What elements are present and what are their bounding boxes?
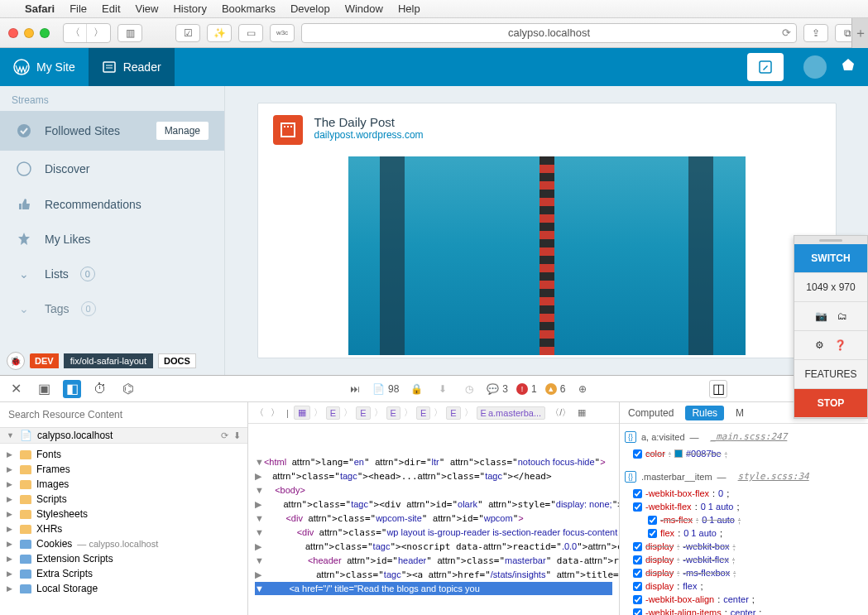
menu-file[interactable]: File [70, 2, 87, 15]
features-button[interactable]: FEATURES [794, 360, 867, 389]
target-icon[interactable]: ⊕ [573, 380, 592, 398]
menu-develop[interactable]: Develop [290, 2, 330, 15]
menu-window[interactable]: Window [345, 2, 383, 15]
crumb-e1[interactable]: E [326, 406, 340, 420]
tree-folder[interactable]: ▶Fonts [0, 447, 247, 462]
branch-name[interactable]: fix/old-safari-layout [64, 353, 153, 368]
wand-icon[interactable]: ✨ [207, 24, 232, 42]
computed-tab[interactable]: Computed [628, 407, 674, 419]
sidebar-item-lists[interactable]: ⌄ Lists 0 [0, 257, 224, 291]
crumb-fwd[interactable]: 〉 [269, 406, 281, 419]
share-icon[interactable]: ⇪ [803, 24, 828, 42]
lists-count: 0 [80, 267, 95, 281]
dev-overlay-panel[interactable]: SWITCH 1049 x 970 📷 🗂 ⚙ ❓ FEATURES STOP [794, 235, 868, 419]
refresh-icon[interactable]: ⬇ [233, 430, 241, 441]
sidebar-item-tags[interactable]: ⌄ Tags 0 [0, 291, 224, 326]
menu-edit[interactable]: Edit [102, 2, 120, 15]
sidebar-toggle-button[interactable]: ▥ [117, 24, 142, 42]
app-name[interactable]: Safari [25, 2, 55, 15]
crumb-e4[interactable]: E [416, 406, 430, 420]
crumb-e3[interactable]: E [386, 406, 400, 420]
zoom-window-button[interactable] [40, 28, 50, 38]
tool-icon-2[interactable]: ▭ [238, 24, 263, 42]
code-icon[interactable]: 〈/〉 [549, 406, 573, 419]
menu-history[interactable]: History [173, 2, 206, 15]
search-input[interactable] [5, 406, 242, 424]
reader-link[interactable]: Reader [89, 48, 175, 86]
menu-bookmarks[interactable]: Bookmarks [222, 2, 276, 15]
tree-folder[interactable]: ▶XHRs [0, 521, 247, 536]
gear-icon[interactable]: ⚙ [815, 339, 824, 351]
back-button[interactable]: 〈 [64, 24, 87, 42]
crumb-e5[interactable]: E [446, 406, 460, 420]
new-tab-button[interactable]: ＋ [851, 18, 868, 48]
post-site-url[interactable]: dailypost.wordpress.com [314, 129, 424, 141]
console-icon[interactable]: ▣ [35, 380, 53, 398]
crumb-leaf[interactable]: E a.masterba... [477, 406, 546, 420]
camera-icon[interactable]: 📷 [815, 310, 827, 322]
mysite-link[interactable]: My Site [0, 48, 89, 86]
stop-button[interactable]: STOP [794, 389, 867, 418]
elements-tab-icon[interactable]: ◧ [63, 380, 81, 398]
lists-label: Lists [45, 267, 69, 281]
overlay-drag-handle[interactable] [794, 236, 867, 244]
svg-rect-8 [284, 126, 285, 127]
message-count[interactable]: 💬 3 [487, 383, 508, 395]
w3c-icon[interactable]: w3c [270, 24, 295, 42]
tree-folder[interactable]: ▶Frames [0, 462, 247, 477]
tool-icon-1[interactable]: ☑ [175, 24, 200, 42]
download-icon: ⬇ [434, 380, 452, 398]
download-icon[interactable]: ⟳ [221, 430, 228, 441]
resource-count: 📄 98 [372, 383, 399, 395]
profile-avatar[interactable] [803, 55, 827, 79]
write-button[interactable] [747, 53, 784, 81]
warning-count[interactable]: ▲6 [545, 383, 566, 395]
source-code[interactable]: ▼<html attrn">lang="en" attrn">dir="ltr"… [248, 424, 619, 615]
dev-badge: DEV [30, 353, 59, 368]
svg-point-5 [17, 124, 31, 137]
menu-view[interactable]: View [136, 2, 159, 15]
docs-badge[interactable]: DOCS [158, 353, 196, 368]
sidebar-item-mylikes[interactable]: My Likes [0, 222, 224, 257]
post-site-title: The Daily Post [314, 115, 424, 129]
help-icon[interactable]: ❓ [834, 339, 846, 351]
forward-button[interactable]: 〉 [87, 24, 110, 42]
sidebar-item-discover[interactable]: Discover [0, 151, 224, 187]
crumb-e2[interactable]: E [356, 406, 370, 420]
stack-icon[interactable]: 🗂 [837, 310, 847, 322]
switch-button[interactable]: SWITCH [794, 244, 867, 273]
tree-folder[interactable]: ▶Extension Scripts [0, 551, 247, 566]
more-tab[interactable]: M [736, 407, 746, 419]
tree-root[interactable]: calypso.localhost [37, 430, 113, 441]
sidebar-item-recommendations[interactable]: Recommendations [0, 187, 224, 222]
menu-help[interactable]: Help [398, 2, 420, 15]
post-card[interactable]: The Daily Post dailypost.wordpress.com [257, 103, 837, 358]
crumb-root[interactable]: ▦ [294, 406, 310, 420]
star-icon [15, 232, 33, 247]
tree-folder[interactable]: ▶Cookies — calypso.localhost [0, 536, 247, 551]
error-count[interactable]: !1 [516, 383, 537, 395]
sidebar-item-followed[interactable]: Followed Sites Manage [0, 111, 224, 151]
step-icon[interactable]: ⏭ [346, 380, 364, 398]
reload-icon[interactable]: ⟳ [782, 26, 791, 39]
tree-folder[interactable]: ▶Local Storage [0, 581, 247, 596]
minimize-window-button[interactable] [24, 28, 34, 38]
tree-folder[interactable]: ▶Stylesheets [0, 507, 247, 521]
grid-icon[interactable]: ▦ [576, 407, 587, 418]
crumb-back[interactable]: 〈 [253, 406, 266, 419]
address-bar[interactable]: calypso.localhost ⟳ [301, 23, 797, 43]
tree-folder[interactable]: ▶Scripts [0, 492, 247, 507]
notifications-icon[interactable] [840, 57, 856, 77]
bug-tab-icon[interactable]: ⌬ [119, 380, 137, 398]
wordpress-icon [13, 59, 30, 75]
tree-folder[interactable]: ▶Images [0, 477, 247, 492]
web-inspector: ✕ ▣ ◧ ⏱ ⌬ ⏭ 📄 98 🔒 ⬇ ◷ 💬 3 !1 ▲6 ⊕ ◫ ☰ ✕… [0, 375, 868, 615]
dock-side-button[interactable]: ◫ [709, 380, 727, 398]
manage-button[interactable]: Manage [156, 121, 209, 141]
close-inspector-button[interactable]: ✕ [7, 380, 25, 398]
timer-icon[interactable]: ⏱ [91, 380, 109, 398]
rules-tab[interactable]: Rules [685, 406, 724, 420]
close-window-button[interactable] [8, 28, 18, 38]
bug-icon[interactable]: 🐞 [7, 352, 25, 370]
tree-folder[interactable]: ▶Extra Scripts [0, 566, 247, 581]
